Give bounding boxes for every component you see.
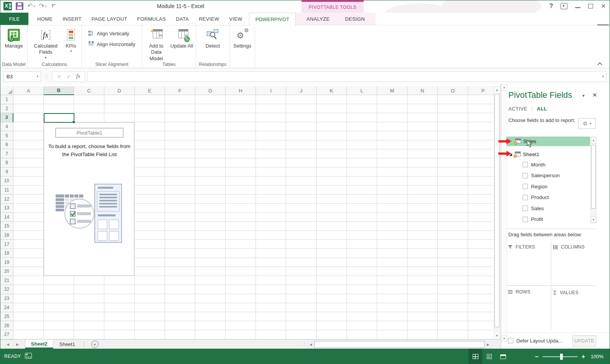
values-area[interactable]: Σ VALUES [552,286,597,331]
row-header[interactable]: 12 [0,194,13,204]
kpis-button[interactable]: KPIs ▾ [63,27,79,54]
rows-area[interactable]: ROWS [506,286,551,331]
tools-gear-button[interactable]: ⚙ ▾ [578,118,596,129]
field-item[interactable]: Product [506,192,590,203]
macro-record-icon[interactable] [25,353,32,359]
zoom-slider-thumb[interactable] [560,354,563,360]
column-header[interactable]: G [195,86,226,95]
row-header[interactable]: 18 [0,249,13,258]
minimize-button[interactable] [575,7,580,8]
row-header[interactable]: 13 [0,204,13,213]
normal-view-button[interactable] [468,349,482,364]
scroll-left-icon[interactable]: ◀ [307,341,314,348]
field-item[interactable]: Month [506,159,590,170]
row-header[interactable]: 10 [0,176,13,186]
tab-powerpivot-active[interactable]: POWERPIVOT [249,13,296,26]
field-item[interactable]: Region [506,181,590,192]
table-item-sheet1[interactable]: Sheet1 [506,150,590,159]
row-header[interactable]: 2 [0,104,13,114]
checkbox[interactable] [523,206,528,211]
column-header[interactable]: D [104,86,135,95]
calculated-fields-button[interactable]: fx Calculated Fields ▾ [30,27,62,60]
checkbox[interactable] [523,162,528,167]
checkbox[interactable] [523,217,528,222]
column-header[interactable]: J [286,86,317,95]
pivottable-placeholder[interactable]: PivotTable1 To build a report, choose fi… [44,122,134,276]
ribbon-display-options-button[interactable] [561,3,567,9]
row-header[interactable]: 19 [0,258,13,267]
row-header[interactable]: 3 [0,113,13,122]
add-sheet-button[interactable]: + [91,341,99,348]
row-header[interactable]: 15 [0,222,13,231]
zoom-level[interactable]: 100% [591,354,603,359]
row-header[interactable]: 16 [0,231,13,240]
row-header[interactable]: 25 [0,312,13,321]
column-header[interactable]: F [165,86,195,95]
cancel-icon[interactable]: ✕ [57,74,61,79]
field-item[interactable]: Sales [506,203,590,214]
column-header[interactable]: E [135,86,165,95]
column-header[interactable]: H [226,86,256,95]
defer-layout-checkbox[interactable] [508,338,513,343]
row-header[interactable]: 8 [0,158,13,168]
zoom-slider[interactable] [542,356,578,357]
column-header[interactable]: A [13,86,44,95]
row-header[interactable]: 27 [0,330,13,339]
tab-active-fields[interactable]: ACTIVE [508,106,527,112]
row-header[interactable]: 21 [0,276,13,285]
checkbox[interactable] [523,195,528,200]
formula-input[interactable]: ▾ [87,71,607,82]
column-header[interactable]: N [407,86,438,95]
update-all-button[interactable]: ∞↻ Update All [170,27,195,49]
filters-area[interactable]: FILTERS [506,241,551,286]
maximize-button[interactable] [588,4,593,8]
column-header[interactable]: O [438,86,468,95]
field-item[interactable]: Profit [506,214,590,225]
checkbox[interactable] [523,184,528,189]
row-header[interactable]: 5 [0,131,13,140]
page-layout-view-button[interactable] [482,349,496,364]
column-header[interactable]: B [44,86,74,95]
contextual-tab[interactable]: DESIGN [337,13,373,25]
scrollbar-resize-handle[interactable]: ⋮ [302,341,307,346]
row-header[interactable]: 20 [0,267,13,276]
zoom-out-button[interactable]: − [535,353,538,360]
collapse-ribbon-icon[interactable] [598,62,602,66]
selected-cell-b3[interactable] [44,113,74,123]
scroll-down-icon[interactable]: ▼ [591,216,596,223]
field-list-scrollbar-thumb[interactable] [591,145,596,209]
row-header[interactable]: 6 [0,140,13,150]
scroll-up-icon[interactable]: ▲ [591,137,596,143]
column-header[interactable]: M [377,86,407,95]
ribbon-tab[interactable]: REVIEW [194,13,224,25]
ribbon-tab[interactable]: PAGE LAYOUT [86,13,132,25]
scroll-up-icon[interactable]: ▲ [494,87,500,93]
sheet-tab-sheet2[interactable]: Sheet2 [25,340,54,349]
row-header[interactable]: 1 [0,95,13,104]
customize-qat-icon[interactable] [51,3,56,9]
undo-button[interactable]: ↶▾ [27,2,35,10]
formula-bar-handle[interactable]: ⋮ [44,74,49,79]
checkbox[interactable] [523,173,528,178]
zoom-in-button[interactable]: + [582,353,585,360]
update-button[interactable]: UPDATE [572,335,596,346]
row-header[interactable]: 23 [0,294,13,303]
sheet-nav-left-icon[interactable]: ◀ [7,343,9,346]
row-header[interactable]: 22 [0,285,13,294]
save-icon[interactable] [16,2,23,10]
vertical-scrollbar-thumb[interactable] [495,94,500,327]
settings-button[interactable]: ⚙ ⚙ Settings [231,27,253,49]
tab-file[interactable]: FILE [0,13,28,25]
column-header[interactable]: K [317,86,347,95]
table-item-sales[interactable]: Sales [506,137,590,146]
columns-area[interactable]: COLUMNS [552,241,597,286]
row-header[interactable]: 14 [0,213,13,222]
sheet-nav-right-icon[interactable]: ▶ [16,343,19,346]
ribbon-tab[interactable]: INSERT [58,13,86,25]
row-header[interactable]: 4 [0,122,13,132]
horizontal-scrollbar-thumb[interactable] [314,341,485,348]
row-header[interactable]: 24 [0,303,13,312]
add-to-data-model-button[interactable]: ✶∞ Add to Data Model [144,27,169,62]
enter-icon[interactable]: ✓ [67,74,71,79]
ribbon-tab[interactable]: HOME [32,13,58,25]
